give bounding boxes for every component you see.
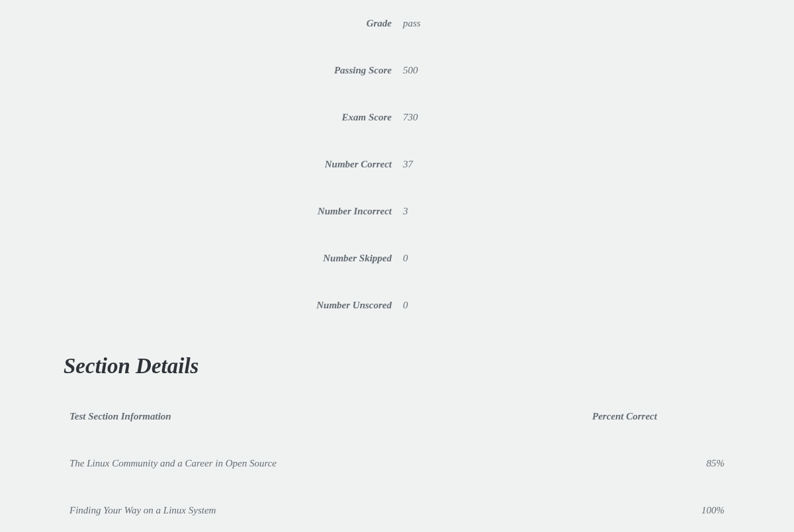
summary-label: Number Unscored <box>64 300 392 311</box>
summary-row-passing-score: Passing Score 500 <box>64 58 730 83</box>
summary-row-grade: Grade pass <box>64 11 730 36</box>
summary-value: 37 <box>392 159 413 170</box>
summary-label: Exam Score <box>64 112 392 123</box>
summary-row-number-skipped: Number Skipped 0 <box>64 245 730 271</box>
summary-table: Grade pass Passing Score 500 Exam Score … <box>64 11 730 318</box>
details-row: Finding Your Way on a Linux System 100% <box>64 498 730 523</box>
section-details-heading: Section Details <box>64 354 730 378</box>
summary-label: Number Correct <box>64 159 392 170</box>
summary-label: Number Incorrect <box>64 206 392 217</box>
summary-value: 3 <box>392 206 408 217</box>
summary-row-exam-score: Exam Score 730 <box>64 105 730 130</box>
section-details-table: Test Section Information Percent Correct… <box>64 404 730 532</box>
details-section-name: The Linux Community and a Career in Open… <box>69 458 685 469</box>
summary-value: pass <box>392 18 421 29</box>
summary-label: Grade <box>64 18 392 29</box>
summary-value: 0 <box>392 253 408 264</box>
details-section-percent: 85% <box>685 458 725 469</box>
summary-row-number-correct: Number Correct 37 <box>64 152 730 177</box>
details-header-row: Test Section Information Percent Correct <box>64 404 730 429</box>
details-header-section: Test Section Information <box>69 411 592 422</box>
exam-results-container: Grade pass Passing Score 500 Exam Score … <box>0 11 794 532</box>
summary-row-number-incorrect: Number Incorrect 3 <box>64 199 730 224</box>
details-section-percent: 100% <box>685 505 725 516</box>
summary-value: 500 <box>392 65 418 76</box>
summary-label: Passing Score <box>64 65 392 76</box>
summary-value: 730 <box>392 112 418 123</box>
details-row: The Linux Community and a Career in Open… <box>64 451 730 476</box>
details-header-percent: Percent Correct <box>592 411 725 422</box>
details-section-name: Finding Your Way on a Linux System <box>69 505 685 516</box>
summary-value: 0 <box>392 300 408 311</box>
summary-row-number-unscored: Number Unscored 0 <box>64 292 730 318</box>
summary-label: Number Skipped <box>64 253 392 264</box>
